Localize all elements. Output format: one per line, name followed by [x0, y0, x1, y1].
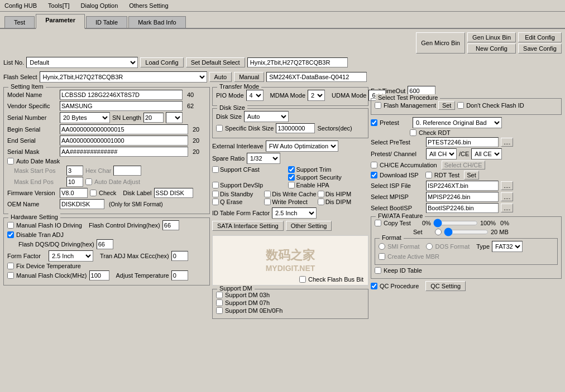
pretest-checkbox[interactable]	[371, 119, 377, 126]
external-interleave-select[interactable]: FW Auto Optimization	[266, 141, 338, 152]
set-radio[interactable]	[435, 229, 442, 235]
support-dm-03h-checkbox[interactable]	[216, 292, 223, 298]
disable-tran-adj-checkbox[interactable]	[7, 231, 14, 238]
other-setting-button[interactable]: Other Setting	[286, 221, 332, 231]
select-isp-input[interactable]	[426, 181, 499, 191]
menu-config-hub[interactable]: Config HUB	[2, 1, 39, 10]
firmware-version-input[interactable]	[60, 188, 88, 198]
oem-name-input[interactable]	[60, 199, 104, 209]
adjust-temp-input[interactable]	[171, 270, 188, 280]
list-no-select[interactable]: Default	[26, 57, 138, 68]
edit-config-button[interactable]: Edit Config	[518, 32, 562, 42]
auto-button[interactable]: Auto	[209, 72, 232, 82]
enable-hpa-checkbox[interactable]	[288, 182, 295, 188]
sn-length-input[interactable]	[143, 113, 164, 123]
pretest-select[interactable]: 0. Reference Original Bad	[413, 117, 502, 128]
new-config-button[interactable]: New Config	[467, 43, 516, 54]
select-pretest-input[interactable]	[426, 137, 499, 147]
all-ce-select[interactable]: All CE	[471, 148, 502, 159]
flash-control-input[interactable]	[162, 220, 179, 230]
set-default-select-button[interactable]: Set Default Select	[186, 57, 245, 67]
auto-date-mask-checkbox[interactable]	[7, 158, 14, 164]
vendor-specific-input[interactable]	[60, 101, 183, 111]
download-isp-checkbox[interactable]	[371, 172, 377, 178]
form-factor-select[interactable]: 2.5 Inch	[49, 250, 93, 262]
support-devslp-checkbox[interactable]	[212, 182, 219, 188]
tab-mark-bad-info[interactable]: Mark Bad Info	[128, 16, 185, 28]
select-pretest-browse-button[interactable]: ....	[501, 138, 513, 147]
gen-micro-bin-button[interactable]: Gen Micro Bin	[416, 32, 465, 54]
dis-standby-checkbox[interactable]	[212, 191, 219, 197]
end-serial-input[interactable]	[60, 135, 188, 146]
flash-dqs-input[interactable]	[97, 239, 113, 249]
dis-hipm-checkbox[interactable]	[318, 191, 324, 197]
dos-format-radio[interactable]	[426, 243, 433, 250]
qc-procedure-checkbox[interactable]	[371, 283, 377, 289]
spare-ratio-select[interactable]: 1/32	[247, 153, 280, 164]
dont-check-flash-checkbox[interactable]	[457, 102, 464, 109]
format-type-select[interactable]: FAT32	[492, 241, 523, 252]
manual-flash-io-checkbox[interactable]	[7, 222, 14, 229]
select-mpisp-input[interactable]	[426, 192, 499, 202]
support-trim-checkbox[interactable]	[288, 166, 295, 173]
select-isp-browse-button[interactable]: ....	[501, 181, 513, 190]
manual-flash-clock-checkbox[interactable]	[7, 272, 14, 279]
load-config-button[interactable]: Load Config	[140, 57, 183, 67]
auto-date-adjust-checkbox[interactable]	[85, 178, 92, 185]
check-rdt-checkbox[interactable]	[410, 129, 416, 136]
select-boootisp-input[interactable]	[426, 203, 499, 213]
save-config-button[interactable]: Save Config	[518, 43, 562, 54]
menu-tools[interactable]: Tools[T]	[46, 1, 72, 10]
mask-end-pos-input[interactable]	[66, 177, 83, 187]
check-flash-bus-checkbox[interactable]	[299, 276, 306, 283]
begin-serial-input[interactable]	[60, 124, 188, 134]
menu-dialog-option[interactable]: Dialog Option	[79, 1, 121, 10]
disk-label-input[interactable]	[154, 188, 193, 198]
serial-mask-input[interactable]	[60, 147, 188, 157]
tab-parameter[interactable]: Parameter	[36, 14, 85, 29]
rdt-test-checkbox[interactable]	[425, 172, 432, 178]
tab-test[interactable]: Test	[4, 16, 35, 28]
qc-setting-button[interactable]: QC Setting	[425, 281, 466, 291]
select-boootisp-browse-button[interactable]: ....	[501, 204, 513, 212]
model-name-input[interactable]	[60, 90, 183, 100]
create-active-mbr-checkbox[interactable]	[379, 253, 385, 260]
check-checkbox[interactable]	[90, 190, 97, 196]
select-mpisp-browse-button[interactable]: ....	[501, 192, 513, 201]
mdma-mode-select[interactable]: 2	[308, 90, 325, 101]
dis-dipm-checkbox[interactable]	[318, 199, 324, 205]
keep-id-table-checkbox[interactable]	[375, 267, 381, 274]
rdt-set-button[interactable]: Set	[464, 171, 479, 180]
select-chce-button[interactable]: Select CH/CE	[442, 161, 485, 170]
sata-interface-button[interactable]: SATA Interface Setting	[212, 221, 284, 231]
pio-mode-select[interactable]: 4	[246, 90, 264, 101]
smi-format-radio[interactable]	[379, 243, 385, 250]
flash-management-checkbox[interactable]	[375, 102, 381, 109]
dis-write-cache-checkbox[interactable]	[264, 191, 271, 197]
set-slider[interactable]	[444, 228, 489, 236]
manual-button[interactable]: Manual	[234, 72, 264, 82]
specific-disk-size-checkbox[interactable]	[216, 125, 223, 132]
manual-flash-clock-input[interactable]	[89, 270, 109, 280]
sn-length-select[interactable]	[166, 112, 183, 123]
flash-management-set-button[interactable]: Set	[438, 101, 455, 110]
disk-size-select[interactable]: Auto	[244, 111, 289, 122]
support-security-checkbox[interactable]	[288, 174, 295, 181]
support-cfast-checkbox[interactable]	[212, 166, 219, 173]
fix-device-temp-checkbox[interactable]	[7, 263, 14, 269]
all-ch-select[interactable]: All CH	[426, 148, 457, 159]
serial-number-select[interactable]: 20 Bytes	[60, 112, 110, 123]
gen-linux-bin-button[interactable]: Gen Linux Bin	[467, 32, 516, 42]
menu-others-setting[interactable]: Others Setting	[127, 1, 170, 10]
write-protect-checkbox[interactable]	[264, 199, 271, 205]
copy-test-slider[interactable]	[433, 219, 478, 227]
tran-adj-input[interactable]	[171, 251, 188, 261]
q-erase-checkbox[interactable]	[212, 199, 219, 205]
tab-id-table[interactable]: ID Table	[86, 16, 127, 28]
id-table-form-factor-select[interactable]: 2.5 Inch	[272, 207, 317, 219]
hex-char-input[interactable]	[113, 166, 141, 176]
ch-ce-accum-checkbox[interactable]	[371, 162, 377, 168]
mask-start-pos-input[interactable]	[66, 166, 83, 176]
specific-disk-size-input[interactable]	[276, 123, 315, 133]
support-dm-0eh-checkbox[interactable]	[216, 307, 223, 314]
